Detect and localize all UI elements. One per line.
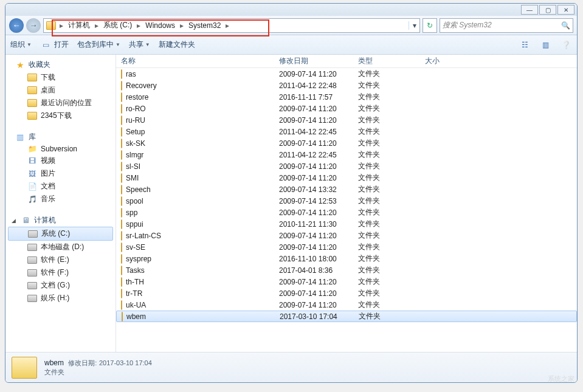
sidebar-item-library[interactable]: 🖼图片 (5, 167, 116, 180)
table-row[interactable]: sppui2010-11-21 11:30文件夹 (116, 218, 577, 230)
breadcrumb-system32[interactable]: System32 (185, 21, 224, 30)
table-row[interactable]: Setup2011-04-12 22:45文件夹 (116, 126, 577, 137)
forward-button[interactable]: → (26, 18, 41, 33)
breadcrumb-windows[interactable]: Windows (142, 21, 179, 30)
column-name[interactable]: 名称 (121, 56, 279, 66)
minimize-button[interactable]: — (521, 5, 538, 15)
open-button[interactable]: ▭打开 (40, 40, 69, 50)
chevron-right-icon[interactable]: ▸ (94, 21, 100, 30)
table-row[interactable]: wbem2017-03-10 17:04文件夹 (116, 311, 577, 322)
file-name: sv-SE (126, 243, 145, 252)
table-row[interactable]: spool2009-07-14 12:53文件夹 (116, 195, 577, 207)
column-type[interactable]: 类型 (358, 56, 425, 66)
file-list[interactable]: ras2009-07-14 11:20文件夹Recovery2011-04-12… (116, 68, 577, 352)
sidebar-item-label: Subversion (41, 145, 77, 153)
chevron-right-icon[interactable]: ▸ (224, 21, 230, 30)
file-date: 2009-07-14 11:20 (279, 232, 358, 240)
sidebar-item-drive[interactable]: 系统 (C:) (8, 227, 113, 241)
chevron-right-icon[interactable]: ▸ (58, 21, 64, 30)
sidebar-item-favorite[interactable]: 最近访问的位置 (5, 97, 116, 109)
folder-icon (12, 357, 37, 379)
search-input[interactable]: 搜索 System32 🔍 (440, 18, 573, 33)
table-row[interactable]: tr-TR2009-07-14 11:20文件夹 (116, 287, 577, 299)
favorites-label[interactable]: 收藏夹 (29, 60, 50, 70)
column-date[interactable]: 修改日期 (279, 56, 358, 66)
close-button[interactable]: ✕ (557, 5, 574, 15)
breadcrumb-computer[interactable]: 计算机 (64, 20, 94, 30)
star-icon: ★ (15, 61, 25, 69)
chevron-right-icon[interactable]: ▸ (179, 21, 185, 30)
sidebar-item-label: 文档 (G:) (41, 280, 70, 291)
file-date: 2011-04-12 22:48 (279, 81, 358, 90)
chevron-right-icon[interactable]: ▸ (136, 21, 142, 30)
sidebar-item-library[interactable]: 🎵音乐 (5, 193, 116, 205)
file-date: 2009-07-14 13:32 (279, 185, 358, 194)
table-row[interactable]: Tasks2017-04-01 8:36文件夹 (116, 264, 577, 276)
file-name: sr-Latn-CS (126, 232, 161, 240)
search-icon[interactable]: 🔍 (561, 21, 570, 30)
address-dropdown[interactable]: ▾ (409, 21, 419, 30)
sidebar-item-label: 文档 (41, 181, 55, 191)
libraries-label[interactable]: 库 (29, 132, 36, 142)
file-type: 文件夹 (358, 115, 425, 125)
table-row[interactable]: th-TH2009-07-14 11:20文件夹 (116, 276, 577, 287)
file-type: 文件夹 (358, 103, 425, 114)
file-date: 2009-07-14 11:20 (279, 208, 358, 217)
sidebar-item-drive[interactable]: 娱乐 (H:) (5, 292, 116, 304)
explorer-window: — ▢ ✕ ← → ▸ 计算机 ▸ 系统 (C:) ▸ Windows ▸ Sy… (5, 3, 578, 383)
sidebar-item-library[interactable]: 📁Subversion (5, 143, 116, 154)
navigation-pane[interactable]: ★收藏夹 下载桌面最近访问的位置2345下载 ▥库 📁Subversion🎞视频… (5, 55, 116, 352)
file-name: Tasks (126, 266, 145, 275)
preview-pane-button[interactable]: ▥ (539, 40, 551, 50)
table-row[interactable]: ras2009-07-14 11:20文件夹 (116, 68, 577, 80)
folder-icon (46, 21, 56, 30)
file-date: 2011-04-12 22:45 (279, 128, 358, 136)
refresh-button[interactable]: ↻ (423, 18, 437, 33)
include-in-library-button[interactable]: 包含到库中▼ (77, 40, 120, 50)
table-row[interactable]: Recovery2011-04-12 22:48文件夹 (116, 80, 577, 91)
table-row[interactable]: ro-RO2009-07-14 11:20文件夹 (116, 103, 577, 114)
sidebar-item-drive[interactable]: 本地磁盘 (D:) (5, 241, 116, 253)
column-size[interactable]: 大小 (425, 56, 474, 66)
table-row[interactable]: ru-RU2009-07-14 11:20文件夹 (116, 114, 577, 126)
help-button[interactable]: ❔ (560, 40, 572, 50)
table-row[interactable]: slmgr2011-04-12 22:45文件夹 (116, 149, 577, 160)
sidebar-item-library[interactable]: 📄文档 (5, 180, 116, 193)
table-row[interactable]: spp2009-07-14 11:20文件夹 (116, 207, 577, 218)
new-folder-button[interactable]: 新建文件夹 (159, 40, 195, 50)
computer-label[interactable]: 计算机 (34, 215, 56, 225)
organize-button[interactable]: 组织▼ (10, 40, 32, 50)
sidebar-item-drive[interactable]: 软件 (E:) (5, 253, 116, 266)
table-row[interactable]: SMI2009-07-14 11:20文件夹 (116, 172, 577, 184)
table-row[interactable]: sv-SE2009-07-14 11:20文件夹 (116, 241, 577, 253)
table-row[interactable]: sl-SI2009-07-14 11:20文件夹 (116, 160, 577, 172)
command-bar: 组织▼ ▭打开 包含到库中▼ 共享▼ 新建文件夹 ☷ ▥ ❔ (5, 35, 577, 55)
back-button[interactable]: ← (9, 18, 24, 33)
file-date: 2009-07-14 11:20 (279, 116, 358, 125)
breadcrumb-bar[interactable]: ▸ 计算机 ▸ 系统 (C:) ▸ Windows ▸ System32 ▸ ▾ (43, 18, 420, 33)
titlebar: — ▢ ✕ (5, 4, 577, 16)
table-row[interactable]: uk-UA2009-07-14 11:20文件夹 (116, 299, 577, 311)
table-row[interactable]: Speech2009-07-14 13:32文件夹 (116, 184, 577, 195)
sidebar-item-drive[interactable]: 文档 (G:) (5, 279, 116, 292)
view-button[interactable]: ☷ (519, 40, 531, 50)
breadcrumb-drive[interactable]: 系统 (C:) (100, 20, 136, 30)
file-name: spool (126, 197, 143, 205)
sidebar-item-favorite[interactable]: 桌面 (5, 84, 116, 97)
share-button[interactable]: 共享▼ (129, 40, 150, 50)
sidebar-item-favorite[interactable]: 下载 (5, 71, 116, 84)
libraries-group: ▥库 📁Subversion🎞视频🖼图片📄文档🎵音乐 (5, 131, 116, 205)
maximize-button[interactable]: ▢ (539, 5, 556, 15)
sidebar-item-drive[interactable]: 软件 (F:) (5, 266, 116, 279)
table-row[interactable]: sr-Latn-CS2009-07-14 11:20文件夹 (116, 230, 577, 241)
file-name: Speech (126, 185, 151, 194)
sidebar-item-library[interactable]: 🎞视频 (5, 154, 116, 167)
sidebar-item-favorite[interactable]: 2345下载 (5, 109, 116, 122)
explorer-body: ★收藏夹 下载桌面最近访问的位置2345下载 ▥库 📁Subversion🎞视频… (5, 55, 577, 352)
table-row[interactable]: sk-SK2009-07-14 11:20文件夹 (116, 137, 577, 149)
expand-icon[interactable]: ◢ (12, 218, 17, 224)
table-row[interactable]: sysprep2016-11-10 18:00文件夹 (116, 253, 577, 264)
file-name: ras (126, 70, 136, 78)
file-type: 文件夹 (358, 69, 425, 79)
table-row[interactable]: restore2016-11-11 7:57文件夹 (116, 91, 577, 103)
